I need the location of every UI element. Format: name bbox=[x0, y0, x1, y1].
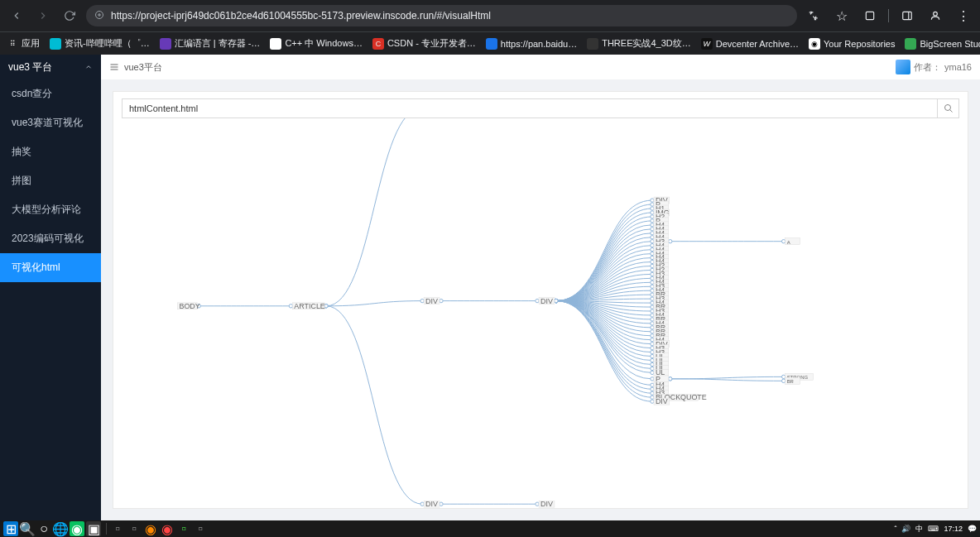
sidebar-item[interactable]: csdn查分 bbox=[0, 79, 101, 108]
sidebar-item[interactable]: 大模型分析评论 bbox=[0, 195, 101, 224]
svg-point-205 bbox=[651, 367, 654, 370]
svg-point-109 bbox=[651, 268, 654, 271]
svg-point-97 bbox=[651, 256, 654, 259]
bookmark-item[interactable]: C++ 中 Windows… bbox=[270, 37, 363, 50]
svg-point-229 bbox=[651, 387, 654, 391]
svg-point-121 bbox=[651, 280, 654, 284]
collapse-icon[interactable] bbox=[109, 62, 119, 72]
svg-point-218 bbox=[669, 377, 672, 381]
chrome-icon[interactable]: 🌐 bbox=[53, 521, 68, 536]
svg-point-133 bbox=[651, 293, 654, 296]
sidebar-item[interactable]: 可视化html bbox=[0, 253, 101, 282]
avatar[interactable] bbox=[896, 60, 910, 74]
task-icon[interactable]: ▣ bbox=[86, 521, 101, 536]
svg-text:A: A bbox=[787, 240, 790, 245]
svg-point-240 bbox=[555, 299, 558, 302]
site-info-icon[interactable] bbox=[94, 10, 104, 22]
cortana-icon[interactable]: ○ bbox=[36, 521, 51, 536]
svg-point-45 bbox=[651, 207, 654, 210]
bookmarks-bar: ⠿应用 资讯-哔哩哔哩（゜… 汇编语言 | 寄存器 -… C++ 中 Windo… bbox=[0, 31, 980, 55]
menu-icon[interactable]: ⋮ bbox=[954, 6, 973, 26]
tray-chevron-icon[interactable]: ˆ bbox=[894, 525, 896, 533]
svg-point-33 bbox=[420, 299, 424, 302]
sidebar-item[interactable]: 2023编码可视化 bbox=[0, 224, 101, 253]
svg-point-233 bbox=[651, 391, 654, 395]
svg-point-215 bbox=[781, 375, 785, 378]
svg-point-129 bbox=[651, 289, 654, 292]
svg-point-185 bbox=[651, 346, 654, 349]
svg-point-4 bbox=[934, 12, 938, 16]
reload-button[interactable] bbox=[60, 6, 79, 26]
wechat-icon[interactable]: ◉ bbox=[70, 521, 84, 536]
extensions-icon[interactable] bbox=[860, 6, 880, 26]
notification-icon[interactable]: 💬 bbox=[968, 525, 977, 533]
svg-point-79 bbox=[781, 240, 785, 243]
sidebar-item[interactable]: 抽奖 bbox=[0, 137, 101, 166]
app-root: vue3 平台 csdn查分vue3赛道可视化抽奖拼图大模型分析评论2023编码… bbox=[0, 55, 980, 520]
sidebar-header[interactable]: vue3 平台 bbox=[0, 55, 101, 79]
keyboard-icon[interactable]: ⌨ bbox=[928, 525, 939, 533]
svg-point-141 bbox=[651, 301, 654, 304]
svg-point-181 bbox=[651, 343, 654, 346]
apps-button[interactable]: ⠿应用 bbox=[7, 37, 40, 50]
bookmark-icon bbox=[905, 38, 916, 50]
clock[interactable]: 17:12 bbox=[944, 525, 963, 533]
github-icon: ◉ bbox=[809, 38, 820, 50]
svg-point-37 bbox=[651, 199, 654, 202]
toolbar-right: ☆ ⋮ bbox=[804, 6, 973, 26]
svg-text:DIV: DIV bbox=[425, 500, 438, 508]
main-panel: vue3平台 作者： yma16 LINKDIVLINKDIVDIVDIVPH1… bbox=[101, 55, 980, 520]
search-taskbar-icon[interactable]: 🔍 bbox=[20, 521, 35, 536]
search-button[interactable] bbox=[937, 98, 958, 118]
back-button[interactable] bbox=[7, 6, 26, 26]
svg-point-197 bbox=[651, 358, 654, 362]
search-input[interactable] bbox=[122, 103, 937, 113]
bookmark-item[interactable]: WDevcenter Archive… bbox=[701, 38, 799, 50]
svg-point-173 bbox=[651, 334, 654, 338]
bookmark-item[interactable]: 汇编语言 | 寄存器 -… bbox=[160, 37, 261, 50]
start-button[interactable]: ⊞ bbox=[3, 521, 18, 536]
svg-point-241 bbox=[651, 400, 654, 403]
profile-icon[interactable] bbox=[925, 6, 945, 26]
bookmark-item[interactable]: 资讯-哔哩哔哩（゜… bbox=[50, 37, 150, 50]
address-bar[interactable] bbox=[86, 5, 797, 26]
sidebar-item[interactable]: vue3赛道可视化 bbox=[0, 108, 101, 137]
bookmark-star-icon[interactable]: ☆ bbox=[832, 6, 852, 26]
svg-point-250 bbox=[440, 502, 443, 506]
side-panel-icon[interactable] bbox=[897, 6, 917, 26]
svg-point-34 bbox=[440, 299, 443, 302]
svg-point-219 bbox=[781, 379, 785, 382]
task-icon[interactable]: ◉ bbox=[160, 521, 175, 536]
translate-icon[interactable] bbox=[804, 6, 824, 26]
svg-point-189 bbox=[651, 350, 654, 353]
bookmark-icon bbox=[160, 38, 171, 50]
bookmark-item[interactable]: THREE实战4_3D纹… bbox=[587, 37, 691, 50]
task-icon[interactable]: ▫ bbox=[127, 521, 142, 536]
task-icon[interactable]: ▫ bbox=[176, 521, 191, 536]
forward-button[interactable] bbox=[33, 6, 53, 26]
bookmark-item[interactable]: BigScreen Studio… bbox=[905, 38, 980, 50]
svg-point-213 bbox=[651, 377, 654, 381]
task-icon[interactable]: ▫ bbox=[193, 521, 208, 536]
ime-indicator[interactable]: 中 bbox=[915, 524, 923, 535]
volume-icon[interactable]: 🔊 bbox=[901, 525, 910, 533]
bookmark-icon bbox=[486, 38, 497, 50]
tree-viz[interactable]: LINKDIVLINKDIVDIVDIVPH1IMGH2PH4H4H4H4AH3… bbox=[122, 118, 959, 508]
svg-point-161 bbox=[651, 322, 654, 325]
svg-point-8 bbox=[944, 105, 950, 111]
bookmark-item[interactable]: ◉Your Repositories bbox=[809, 38, 895, 50]
url-input[interactable] bbox=[111, 10, 789, 22]
bookmark-icon bbox=[587, 38, 598, 50]
sidebar-item[interactable]: 拼图 bbox=[0, 166, 101, 195]
bookmark-item[interactable]: CCSDN - 专业开发者… bbox=[372, 37, 476, 50]
svg-text:DIV: DIV bbox=[425, 297, 438, 305]
task-icon[interactable]: ▫ bbox=[110, 521, 125, 536]
svg-point-35 bbox=[536, 299, 539, 302]
system-tray: ˆ 🔊 中 ⌨ 17:12 💬 bbox=[894, 524, 977, 535]
sidebar: vue3 平台 csdn查分vue3赛道可视化抽奖拼图大模型分析评论2023编码… bbox=[0, 55, 101, 520]
svg-point-193 bbox=[651, 354, 654, 357]
svg-text:BODY: BODY bbox=[179, 302, 199, 310]
task-icon[interactable]: ◉ bbox=[143, 521, 158, 536]
bookmark-item[interactable]: https://pan.baidu… bbox=[486, 38, 577, 50]
svg-point-149 bbox=[651, 309, 654, 313]
